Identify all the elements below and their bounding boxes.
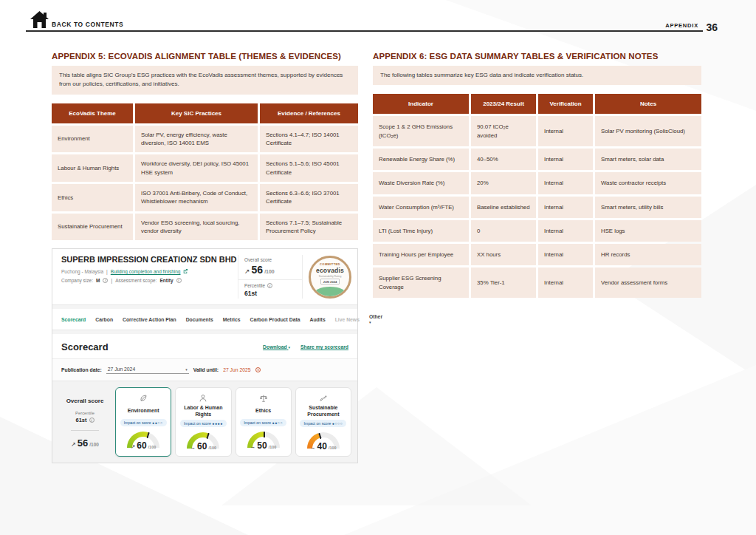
table-cell: Sections 7.1–7.5; Sustainable Procuremen… [260, 214, 358, 241]
column-header: Evidence / References [260, 103, 358, 123]
score-suffix: /100 [329, 446, 337, 450]
scorecard-tab[interactable]: Documents [186, 317, 213, 322]
overall-score-label: Overall score [66, 398, 104, 404]
table-cell: Internal [538, 149, 593, 170]
table-row: Labour & Human Rights Workforce diversit… [52, 154, 358, 182]
table-cell: Labour & Human Rights [52, 154, 133, 182]
overall-score-summary: Overall score Percentile 61sti ↗ 56 /100 [58, 387, 111, 457]
table-cell: HSE logs [595, 220, 701, 242]
valid-until-label: Valid until: [193, 367, 219, 372]
table-cell: HR records [595, 244, 701, 265]
scorecard-tab[interactable]: Carbon [95, 317, 113, 322]
scorecard-tab[interactable]: Scorecard [61, 317, 86, 322]
theme-score: 50 [257, 440, 267, 451]
table-row: Environment Solar PV, energy efficiency,… [52, 126, 358, 153]
tab-other[interactable]: Other ▾ [369, 314, 382, 324]
separator: | [111, 278, 112, 283]
theme-card-environment[interactable]: Environment Impact on score ●●○○ ↗60/100 [115, 387, 171, 457]
table-cell: Supplier ESG Screening Coverage [373, 268, 469, 298]
scorecard-tab[interactable]: Carbon Product Data [250, 317, 300, 322]
page-header: BACK TO CONTENTS APPENDIX 36 [0, 0, 756, 37]
table-cell: Internal [538, 116, 593, 146]
table-cell: Ethics [52, 184, 133, 211]
appendix6-section: APPENDIX 6: ESG DATA SUMMARY TABLES & VE… [373, 52, 701, 298]
percentile-label: Percentile [75, 411, 94, 415]
percentile-value: 61st [75, 417, 86, 423]
trend-icon: → [250, 443, 256, 450]
table-row: LTI (Lost Time Injury) 0 Internal HSE lo… [373, 220, 701, 242]
theme-score: 60 [197, 441, 207, 451]
theme-card-ethics[interactable]: Ethics Impact on score ●●○○ →50/100 [236, 387, 292, 457]
scales-icon [259, 393, 268, 403]
score-suffix: /100 [148, 445, 157, 449]
publication-row: Publication date: 27 Jun 2024 ▾ Valid un… [52, 359, 357, 381]
column-header: Indicator [373, 94, 469, 114]
badge-date: JUN 2024 [320, 279, 340, 284]
table-cell: 90.07 tCO₂e avoided [471, 116, 536, 146]
scope-value: Entity [159, 278, 173, 283]
theme-name: Ethics [255, 405, 271, 417]
table-row: Water Consumption (m³/FTE) Baseline esta… [373, 197, 701, 218]
table-cell: Internal [538, 197, 593, 218]
esg-data-summary-table: Indicator2023/24 ResultVerificationNotes… [373, 94, 701, 298]
table-cell: Vendor ESG screening, local sourcing, ve… [135, 214, 258, 241]
table-cell: 0 [471, 220, 536, 242]
scorecard-section-title: Scorecard [61, 341, 109, 352]
scorecard-tab[interactable]: Metrics [223, 317, 241, 322]
table-header-row: Indicator2023/24 ResultVerificationNotes [373, 94, 701, 114]
trend-icon: ↗ [131, 443, 135, 450]
table-cell: Training Hours per Employee [373, 244, 469, 265]
section-label: APPENDIX [665, 22, 698, 29]
table-cell: Sections 6.3–6.6; ISO 37001 Certificate [260, 184, 358, 211]
table-cell: Solar PV, energy efficiency, waste diver… [135, 126, 258, 153]
back-to-contents-link[interactable]: BACK TO CONTENTS [52, 21, 123, 28]
score-suffix: /100 [208, 446, 216, 450]
impact-badge: Impact on score ●○○○ [300, 420, 346, 427]
info-icon[interactable]: i [89, 418, 94, 423]
score-suffix: /100 [264, 269, 275, 274]
info-icon[interactable]: i [103, 278, 108, 283]
table-row: Ethics ISO 37001 Anti-Bribery, Code of C… [52, 184, 358, 211]
industry-link[interactable]: Building completion and finishing [111, 269, 181, 274]
score-suffix: /100 [269, 445, 277, 449]
theme-name: Labor & Human Rights [179, 405, 227, 418]
download-button[interactable]: Download ▾ [263, 344, 290, 350]
ecovadis-alignment-table: EcoVadis ThemeKey SIC PracticesEvidence … [52, 103, 358, 240]
scorecard-tab[interactable]: Audits [310, 317, 326, 322]
table-cell: Scope 1 & 2 GHG Emissions (tCO₂e) [373, 116, 469, 146]
leaf-icon [139, 393, 148, 403]
table-cell: Solar PV monitoring (SolisCloud) [595, 116, 701, 146]
publication-date-select[interactable]: 27 Jun 2024 ▾ [106, 366, 189, 374]
share-scorecard-link[interactable]: Share my scorecard [300, 344, 348, 350]
scorecard-tab[interactable]: Live News [335, 317, 360, 322]
table-cell: Smart meters, solar data [595, 149, 701, 170]
trend-up-icon: ↗ [71, 441, 76, 448]
theme-name: Environment [128, 405, 159, 417]
theme-card-sustainable-procurement[interactable]: Sustainable Procurement Impact on score … [295, 387, 351, 457]
theme-score: 60 [137, 440, 146, 451]
report-page: BACK TO CONTENTS APPENDIX 36 APPENDIX 5:… [0, 0, 756, 535]
table-row: Renewable Energy Share (%) 40–50% Intern… [373, 149, 701, 170]
table-cell: 40–50% [471, 149, 536, 170]
theme-card-labor-human-rights[interactable]: Labor & Human Rights Impact on score ●●●… [175, 387, 231, 457]
home-icon[interactable] [30, 10, 49, 29]
company-name: SUPERB IMPRESSION CREATIONZ SDN BHD [61, 255, 268, 265]
info-icon[interactable]: i [176, 278, 182, 283]
column-header: 2023/24 Result [471, 94, 536, 114]
badge-level: COMMITTED [320, 262, 340, 266]
scorecard-tab[interactable]: Corrective Action Plan [123, 317, 176, 322]
table-cell: Internal [538, 172, 593, 194]
chevron-down-icon: ▾ [288, 345, 290, 350]
impact-badge: Impact on score ●●○○ [120, 419, 167, 426]
trend-icon: → [310, 444, 316, 451]
table-cell: Renewable Energy Share (%) [373, 149, 469, 170]
ecovadis-committed-badge: COMMITTED ecovadis Sustainability Rating… [309, 256, 351, 299]
table-cell: LTI (Lost Time Injury) [373, 220, 469, 242]
badge-subtitle: Sustainability Rating [319, 275, 342, 278]
scorecard-nav: ScorecardCarbonCorrective Action PlanDoc… [52, 309, 357, 330]
theme-score-cards: Overall score Percentile 61sti ↗ 56 /100 [52, 381, 357, 463]
table-cell: Waste contractor receipts [595, 172, 701, 194]
info-icon[interactable]: i [267, 283, 272, 288]
percentile-label: Percentile [244, 283, 265, 288]
table-cell: Sustainable Procurement [52, 214, 133, 241]
